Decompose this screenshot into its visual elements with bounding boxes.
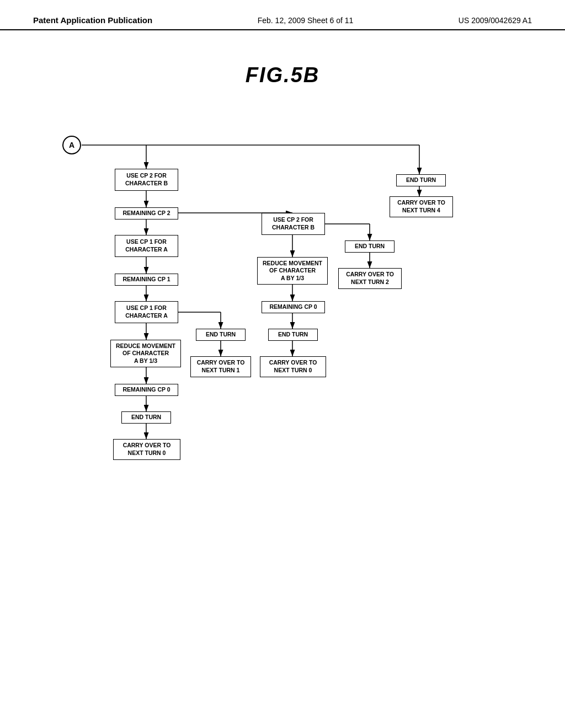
box-carry-over-0-left: CARRY OVER TONEXT TURN 0 — [113, 439, 180, 460]
box-end-turn-left: END TURN — [121, 411, 171, 424]
box-use-cp2-b2: USE CP 2 FORCHARACTER B — [262, 213, 325, 235]
box-end-turn-right1: END TURN — [396, 174, 446, 186]
box-remaining-cp2: REMAINING CP 2 — [115, 207, 178, 220]
box-reduce-a-2: REDUCE MOVEMENTOF CHARACTERA BY 1/3 — [257, 257, 328, 285]
box-end-turn-right2: END TURN — [345, 240, 395, 253]
box-carry-over-1: CARRY OVER TONEXT TURN 1 — [190, 356, 251, 377]
header-left: Patent Application Publication — [33, 15, 152, 25]
header-right: US 2009/0042629 A1 — [459, 16, 532, 25]
box-carry-over-2: CARRY OVER TONEXT TURN 2 — [338, 268, 402, 289]
box-end-turn-mid2: END TURN — [268, 329, 318, 341]
box-use-cp1-a: USE CP 1 FORCHARACTER A — [115, 235, 178, 257]
box-use-cp1-a2: USE CP 1 FORCHARACTER A — [115, 301, 178, 323]
box-reduce-a-1: REDUCE MOVEMENTOF CHARACTERA BY 1/3 — [110, 340, 181, 367]
page-header: Patent Application Publication Feb. 12, … — [0, 0, 565, 30]
box-end-turn-middle1: END TURN — [196, 329, 246, 341]
box-carry-over-0-mid: CARRY OVER TONEXT TURN 0 — [260, 356, 326, 377]
box-remaining-cp1: REMAINING CP 1 — [115, 274, 178, 286]
box-remaining-cp0-left: REMAINING CP 0 — [115, 384, 178, 396]
figure-title: FIG.5B — [0, 63, 565, 87]
box-carry-over-4: CARRY OVER TONEXT TURN 4 — [390, 196, 453, 217]
connector-a: A — [62, 136, 81, 154]
diagram-area: A USE CP 2 FORCHARACTER B REMAINING CP 2… — [0, 109, 565, 606]
box-use-cp2-b: USE CP 2 FORCHARACTER B — [115, 169, 178, 191]
header-center: Feb. 12, 2009 Sheet 6 of 11 — [258, 16, 354, 25]
box-remaining-cp0-mid: REMAINING CP 0 — [262, 301, 325, 313]
